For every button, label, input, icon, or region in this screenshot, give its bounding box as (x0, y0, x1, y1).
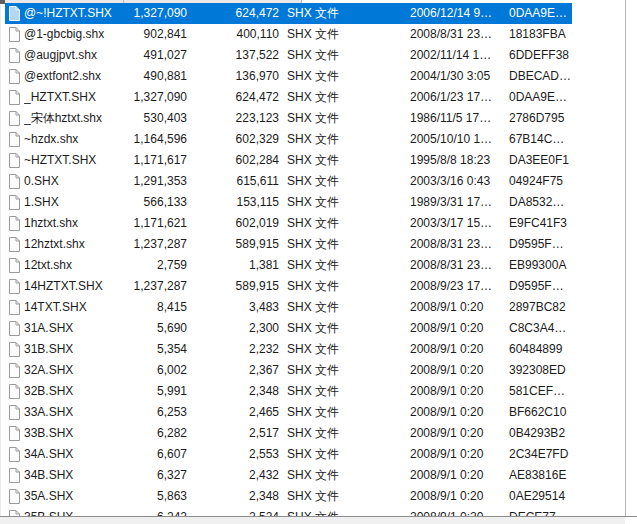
file-packed-size: 615,611 (190, 174, 282, 189)
file-row[interactable]: 34B.SHX6,3272,432SHX 文件2008/9/1 0:20AE83… (5, 465, 572, 486)
file-size: 566,133 (123, 195, 190, 210)
file-row[interactable]: 12txt.shx2,7591,381SHX 文件2008/8/31 23…EB… (5, 255, 572, 276)
file-size: 8,415 (123, 300, 190, 315)
file-row[interactable]: 14HZTXT.SHX1,237,287589,915SHX 文件2008/9/… (5, 276, 572, 297)
file-type: SHX 文件 (282, 237, 406, 252)
file-row[interactable]: 31B.SHX5,3542,232SHX 文件2008/9/1 0:206048… (5, 339, 572, 360)
file-type: SHX 文件 (282, 258, 406, 273)
file-row[interactable]: _HZTXT.SHX1,327,090624,472SHX 文件2006/1/2… (5, 87, 572, 108)
file-type: SHX 文件 (282, 195, 406, 210)
header-bottom-edge (0, 0, 302, 3)
file-date-modified: 2008/8/31 23… (406, 258, 503, 273)
file-date-modified: 2008/9/1 0:20 (406, 300, 503, 315)
file-crc: 0DAA9E… (503, 90, 572, 105)
file-type: SHX 文件 (282, 321, 406, 336)
file-packed-size: 2,348 (190, 384, 282, 399)
file-crc: 18183FBA (503, 27, 572, 42)
file-name: @augjpvt.shx (24, 48, 123, 63)
file-row[interactable]: 14TXT.SHX8,4153,483SHX 文件2008/9/1 0:2028… (5, 297, 572, 318)
file-row[interactable]: 32A.SHX6,0022,367SHX 文件2008/9/1 0:203923… (5, 360, 572, 381)
file-size: 6,327 (123, 468, 190, 483)
file-type: SHX 文件 (282, 90, 406, 105)
file-type: SHX 文件 (282, 489, 406, 504)
file-date-modified: 1986/11/5 17… (406, 111, 503, 126)
file-row[interactable]: 35B.SHX6,2422,524SHX 文件2008/9/1 0:20DECE… (5, 507, 572, 516)
file-packed-size: 2,367 (190, 363, 282, 378)
file-date-modified: 2008/9/1 0:20 (406, 489, 503, 504)
file-row[interactable]: ~HZTXT.SHX1,171,617602,284SHX 文件1995/8/8… (5, 150, 572, 171)
file-crc: 60484899 (503, 342, 572, 357)
list-left-edge (0, 3, 1, 516)
file-date-modified: 1995/8/8 18:23 (406, 153, 503, 168)
file-name: 12txt.shx (24, 258, 123, 273)
file-size: 1,237,287 (123, 279, 190, 294)
file-packed-size: 2,553 (190, 447, 282, 462)
file-date-modified: 2006/1/23 17… (406, 90, 503, 105)
file-name: ~HZTXT.SHX (24, 153, 123, 168)
file-name: 0.SHX (24, 174, 123, 189)
file-type: SHX 文件 (282, 27, 406, 42)
file-name: 33B.SHX (24, 426, 123, 441)
file-packed-size: 137,522 (190, 48, 282, 63)
file-row[interactable]: 1hztxt.shx1,171,621602,019SHX 文件2003/3/1… (5, 213, 572, 234)
file-icon (5, 405, 24, 420)
file-row[interactable]: ~hzdx.shx1,164,596602,329SHX 文件2005/10/1… (5, 129, 572, 150)
file-row[interactable]: _宋体hztxt.shx530,403223,123SHX 文件1986/11/… (5, 108, 572, 129)
file-icon (5, 69, 24, 84)
file-packed-size: 624,472 (190, 90, 282, 105)
file-size: 902,841 (123, 27, 190, 42)
file-name: 34A.SHX (24, 447, 123, 462)
file-row[interactable]: 1.SHX566,133153,115SHX 文件1989/3/31 17…DA… (5, 192, 572, 213)
file-packed-size: 602,329 (190, 132, 282, 147)
file-date-modified: 2003/3/16 0:43 (406, 174, 503, 189)
file-crc: 2C34E7FD (503, 447, 572, 462)
file-row[interactable]: @~!HZTXT.SHX1,327,090624,472SHX 文件2006/1… (5, 3, 572, 24)
file-icon (5, 111, 24, 126)
file-packed-size: 400,110 (190, 27, 282, 42)
file-row[interactable]: 34A.SHX6,6072,553SHX 文件2008/9/1 0:202C34… (5, 444, 572, 465)
file-size: 5,354 (123, 342, 190, 357)
file-row[interactable]: @1-gbcbig.shx902,841400,110SHX 文件2008/8/… (5, 24, 572, 45)
file-row[interactable]: 0.SHX1,291,353615,611SHX 文件2003/3/16 0:4… (5, 171, 572, 192)
file-type: SHX 文件 (282, 153, 406, 168)
file-packed-size: 153,115 (190, 195, 282, 210)
file-type: SHX 文件 (282, 363, 406, 378)
file-date-modified: 2008/9/1 0:20 (406, 447, 503, 462)
file-type: SHX 文件 (282, 216, 406, 231)
file-type: SHX 文件 (282, 300, 406, 315)
file-icon (5, 384, 24, 399)
file-icon (5, 174, 24, 189)
file-size: 6,002 (123, 363, 190, 378)
file-row[interactable]: @augjpvt.shx491,027137,522SHX 文件2002/11/… (5, 45, 572, 66)
file-row[interactable]: 33A.SHX6,2532,465SHX 文件2008/9/1 0:20BF66… (5, 402, 572, 423)
file-crc: 392308ED (503, 363, 572, 378)
file-row[interactable]: 32B.SHX5,9912,348SHX 文件2008/9/1 0:20581C… (5, 381, 572, 402)
file-packed-size: 2,348 (190, 489, 282, 504)
file-type: SHX 文件 (282, 342, 406, 357)
file-date-modified: 2003/3/17 15… (406, 216, 503, 231)
file-name: _HZTXT.SHX (24, 90, 123, 105)
file-row[interactable]: 33B.SHX6,2822,517SHX 文件2008/9/1 0:200B42… (5, 423, 572, 444)
horizontal-scrollbar-track (0, 517, 625, 524)
file-icon (5, 132, 24, 147)
file-date-modified: 2008/9/1 0:20 (406, 426, 503, 441)
file-name: 14HZTXT.SHX (24, 279, 123, 294)
file-name: 32B.SHX (24, 384, 123, 399)
file-row[interactable]: 31A.SHX5,6902,300SHX 文件2008/9/1 0:20C8C3… (5, 318, 572, 339)
file-icon (5, 216, 24, 231)
file-size: 1,171,621 (123, 216, 190, 231)
file-crc: 581CEF… (503, 384, 572, 399)
file-size: 490,881 (123, 69, 190, 84)
file-row[interactable]: @extfont2.shx490,881136,970SHX 文件2004/1/… (5, 66, 572, 87)
file-icon (5, 489, 24, 504)
file-type: SHX 文件 (282, 384, 406, 399)
file-size: 5,863 (123, 489, 190, 504)
window-corner-fragment (0, 0, 5, 4)
file-name: 12hztxt.shx (24, 237, 123, 252)
file-row[interactable]: 35A.SHX5,8632,348SHX 文件2008/9/1 0:200AE2… (5, 486, 572, 507)
file-row[interactable]: 12hztxt.shx1,237,287589,915SHX 文件2008/8/… (5, 234, 572, 255)
file-size: 5,690 (123, 321, 190, 336)
file-name: 31A.SHX (24, 321, 123, 336)
file-size: 6,253 (123, 405, 190, 420)
file-date-modified: 2008/8/31 23… (406, 237, 503, 252)
